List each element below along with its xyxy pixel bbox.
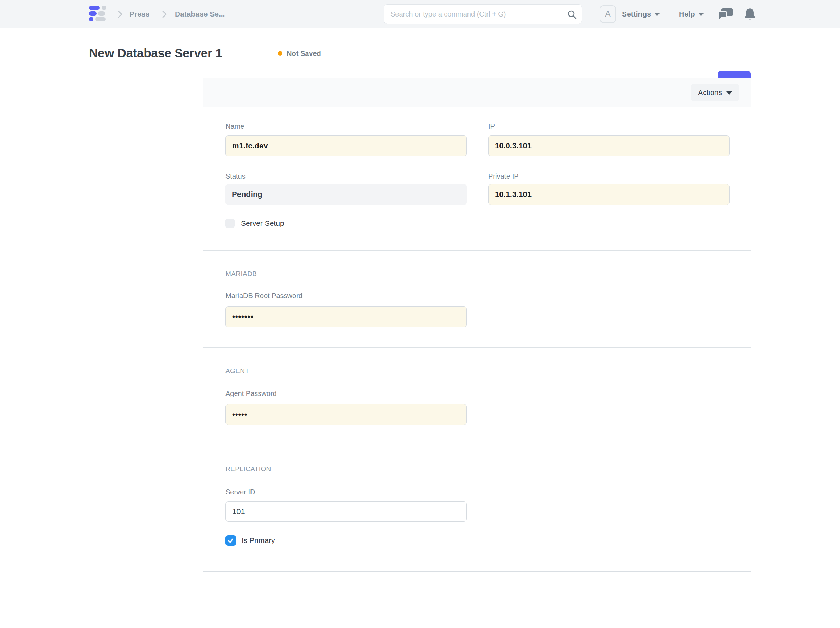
chevron-right-icon [162, 10, 167, 18]
breadcrumb-database-server[interactable]: Database Se... [175, 0, 225, 28]
not-saved-indicator-dot [278, 51, 283, 55]
mariadb-section-heading: MARIADB [226, 270, 257, 278]
form-toolbar: Actions [203, 78, 751, 107]
help-label: Help [679, 10, 695, 18]
replication-section-heading: REPLICATION [226, 465, 271, 473]
notifications-bell-icon[interactable] [744, 8, 756, 21]
chevron-down-icon [655, 13, 660, 16]
status-value: Pending [226, 184, 467, 205]
settings-label: Settings [622, 10, 651, 18]
chat-messages-icon[interactable] [718, 8, 733, 21]
search-icon [567, 9, 577, 19]
actions-dropdown-button[interactable]: Actions [691, 84, 739, 101]
ip-input[interactable] [488, 136, 729, 156]
section-divider [203, 250, 751, 251]
server-setup-label: Server Setup [241, 219, 284, 227]
form-body: Actions Name IP Status Private IP Pendin… [203, 78, 751, 572]
global-search[interactable] [384, 4, 582, 24]
search-input[interactable] [384, 5, 582, 24]
ip-field-label: IP [488, 122, 495, 131]
page-header: New Database Server 1 Not Saved Save [0, 28, 840, 78]
not-saved-label: Not Saved [287, 28, 321, 78]
app-logo-icon[interactable] [89, 6, 109, 21]
is-primary-label: Is Primary [242, 536, 275, 545]
private-ip-field-label: Private IP [488, 172, 519, 180]
actions-label: Actions [698, 88, 722, 97]
settings-menu[interactable]: Settings [622, 0, 660, 28]
agent-section-heading: AGENT [226, 367, 249, 375]
status-field-label: Status [226, 172, 246, 180]
name-field-label: Name [226, 122, 244, 131]
name-input[interactable] [226, 136, 467, 156]
chevron-down-icon [726, 92, 732, 95]
is-primary-row: Is Primary [226, 535, 275, 546]
mariadb-root-password-input[interactable] [226, 306, 467, 327]
agent-password-label: Agent Password [226, 390, 277, 398]
mariadb-root-password-label: MariaDB Root Password [226, 292, 303, 300]
server-setup-row: Server Setup [226, 219, 284, 228]
page-title: New Database Server 1 [89, 28, 222, 78]
agent-password-input[interactable] [226, 404, 467, 425]
server-id-label: Server ID [226, 488, 255, 496]
section-divider [203, 445, 751, 446]
navbar: Press Database Se... A Settings Help [0, 0, 840, 28]
breadcrumb-press[interactable]: Press [129, 0, 150, 28]
chevron-down-icon [699, 13, 704, 16]
chevron-right-icon [117, 10, 123, 18]
user-avatar[interactable]: A [600, 5, 616, 23]
help-menu[interactable]: Help [679, 0, 704, 28]
checkmark-icon [227, 537, 234, 544]
section-divider [203, 347, 751, 348]
server-setup-checkbox[interactable] [226, 219, 235, 228]
private-ip-input[interactable] [488, 184, 729, 205]
is-primary-checkbox[interactable] [226, 535, 236, 546]
server-id-input[interactable] [226, 502, 467, 522]
